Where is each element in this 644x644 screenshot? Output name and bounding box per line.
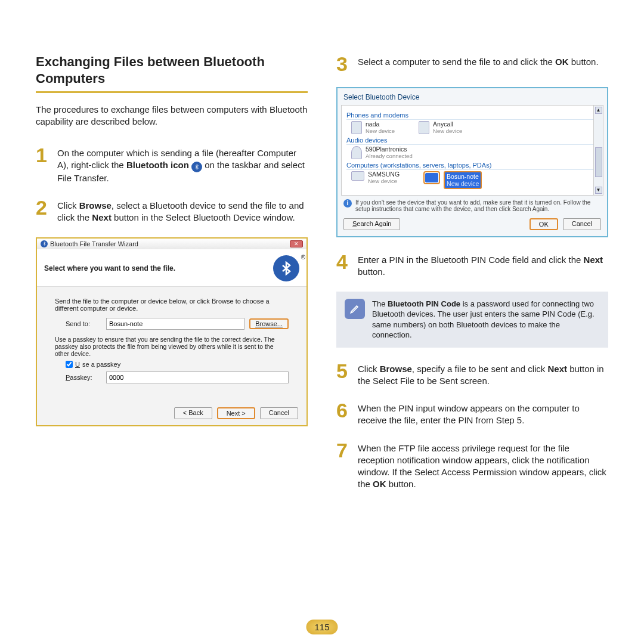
cancel-button[interactable]: Cancel — [260, 407, 298, 419]
bluetooth-icon — [191, 162, 202, 172]
scrollbar[interactable]: ▲ ▼ — [593, 106, 603, 195]
heading-rule — [36, 91, 308, 93]
device-status: New device — [366, 128, 395, 134]
note-bold: Bluetooth PIN Code — [388, 299, 460, 308]
search-again-button[interactable]: Search Again — [343, 218, 400, 230]
step-number: 3 — [336, 54, 352, 74]
section-computers: Computers (workstations, servers, laptop… — [346, 162, 598, 170]
page-number: 115 — [306, 620, 338, 634]
wizard-screenshot: Bluetooth File Transfer Wizard ✕ Select … — [36, 237, 308, 426]
send-to-input[interactable] — [106, 318, 244, 330]
device-name: 590Plantronics — [366, 146, 413, 153]
bluetooth-icon — [41, 240, 48, 247]
step-number: 4 — [336, 252, 352, 278]
device-name: SAMSUNG — [368, 171, 400, 178]
step-1: 1 On the computer which is sending a fil… — [36, 145, 308, 185]
wizard-description: Send the file to the computer or device … — [55, 298, 289, 312]
use-passkey-label: se a passkey — [82, 361, 120, 368]
device-highlight: Bosun-note New device — [444, 171, 482, 189]
step-text: When the FTP file access privilege reque… — [358, 440, 608, 491]
next-button[interactable]: Next > — [217, 407, 255, 419]
device-item[interactable]: 590PlantronicsAlready connected — [351, 146, 413, 159]
headset-icon — [351, 146, 362, 159]
select-device-title: Select Bluetooth Device — [341, 92, 603, 105]
step-7: 7 When the FTP file access privilege req… — [336, 440, 608, 491]
step-number: 6 — [336, 400, 352, 427]
step-text: Select a computer to send the file to an… — [358, 54, 599, 74]
device-name: Anycall — [433, 121, 462, 128]
section-heading: Exchanging Files between Bluetooth Compu… — [36, 54, 308, 86]
device-status: Already connected — [366, 153, 413, 159]
step-number: 5 — [336, 361, 352, 388]
select-device-screenshot: Select Bluetooth Device Phones and modem… — [336, 87, 608, 237]
phone-icon — [419, 121, 429, 134]
wizard-body: Send the file to the computer or device … — [37, 287, 306, 425]
send-to-label: Send to: — [66, 320, 101, 327]
use-passkey-checkbox[interactable]: Use a passkey — [66, 361, 289, 368]
device-name: Bosun-note — [447, 173, 479, 180]
note-text: The Bluetooth PIN Code is a password use… — [372, 299, 600, 340]
device-status: New device — [447, 180, 479, 187]
note-box: The Bluetooth PIN Code is a password use… — [336, 292, 608, 348]
passkey-input[interactable] — [106, 371, 289, 383]
back-button[interactable]: < Back — [174, 407, 212, 419]
step-number: 1 — [36, 145, 51, 185]
wizard-title-text: Bluetooth File Transfer Wizard — [50, 240, 138, 247]
info-text: If you don't see the device that you wan… — [355, 199, 601, 212]
ok-button[interactable]: OK — [530, 218, 558, 230]
section-phones: Phones and modems — [346, 112, 598, 120]
wizard-titlebar: Bluetooth File Transfer Wizard ✕ — [37, 239, 306, 249]
laptop-icon — [425, 173, 438, 182]
device-item[interactable]: nadaNew device — [351, 121, 395, 134]
wizard-header-text: Select where you want to send the file. — [44, 264, 175, 273]
step-text: When the PIN input window appears on the… — [358, 400, 608, 427]
step-text: Click Browse, specify a file to be sent … — [358, 361, 608, 388]
step-number: 2 — [36, 197, 51, 224]
use-passkey-underline: U — [75, 361, 80, 368]
laptop-icon — [351, 171, 364, 181]
step-5: 5 Click Browse, specify a file to be sen… — [336, 361, 608, 388]
section-audio: Audio devices — [346, 137, 598, 145]
use-passkey-input[interactable] — [66, 361, 73, 368]
device-status: New device — [368, 178, 400, 184]
cancel-button[interactable]: Cancel — [563, 218, 601, 230]
step-6: 6 When the PIN input window appears on t… — [336, 400, 608, 427]
info-tip: i If you don't see the device that you w… — [341, 199, 603, 212]
pencil-icon — [345, 299, 365, 319]
scroll-up-icon[interactable]: ▲ — [595, 107, 602, 114]
info-icon: i — [343, 199, 352, 208]
device-item-selected[interactable]: Bosun-note New device — [423, 171, 482, 189]
step-3: 3 Select a computer to send the file to … — [336, 54, 608, 74]
device-item[interactable]: AnycallNew device — [419, 121, 462, 134]
step-2: 2 Click Browse, select a Bluetooth devic… — [36, 197, 308, 224]
browse-button[interactable]: Browse... — [249, 318, 289, 329]
scroll-down-icon[interactable]: ▼ — [595, 187, 602, 194]
close-icon[interactable]: ✕ — [290, 240, 303, 247]
passkey-label: Passkey: — [66, 374, 101, 381]
device-status: New device — [433, 128, 462, 134]
passkey-note: Use a passkey to ensure that you are sen… — [55, 336, 289, 357]
step-number: 7 — [336, 440, 352, 491]
intro-text: The procedures to exchange files between… — [36, 104, 308, 128]
phone-icon — [351, 121, 362, 134]
step-text: Click Browse, select a Bluetooth device … — [57, 197, 308, 224]
step-4: 4 Enter a PIN in the Bluetooth PIN Code … — [336, 252, 608, 278]
device-name: nada — [366, 121, 395, 128]
wizard-header: Select where you want to send the file. — [37, 249, 306, 287]
step-1-bold: Bluetooth icon — [126, 160, 189, 170]
step-text: On the computer which is sending a file … — [57, 145, 308, 185]
select-device-list: Phones and modems nadaNew device Anycall… — [341, 105, 603, 196]
step-text: Enter a PIN in the Bluetooth PIN Code fi… — [358, 252, 608, 278]
bluetooth-icon — [273, 255, 299, 281]
scroll-thumb[interactable] — [595, 147, 602, 177]
device-item[interactable]: SAMSUNGNew device — [351, 171, 400, 189]
